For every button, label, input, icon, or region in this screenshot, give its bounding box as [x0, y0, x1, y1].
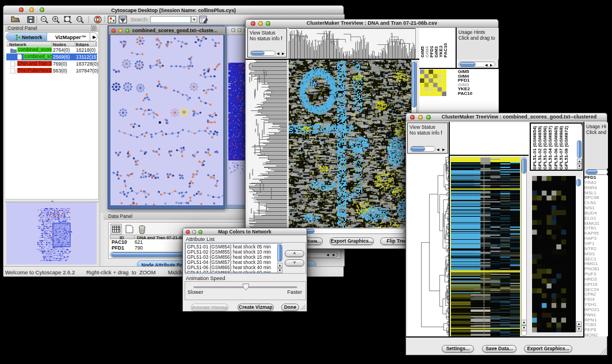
svg-text:Search:: Search:: [131, 17, 148, 22]
svg-text:1:1: 1:1: [77, 17, 81, 21]
